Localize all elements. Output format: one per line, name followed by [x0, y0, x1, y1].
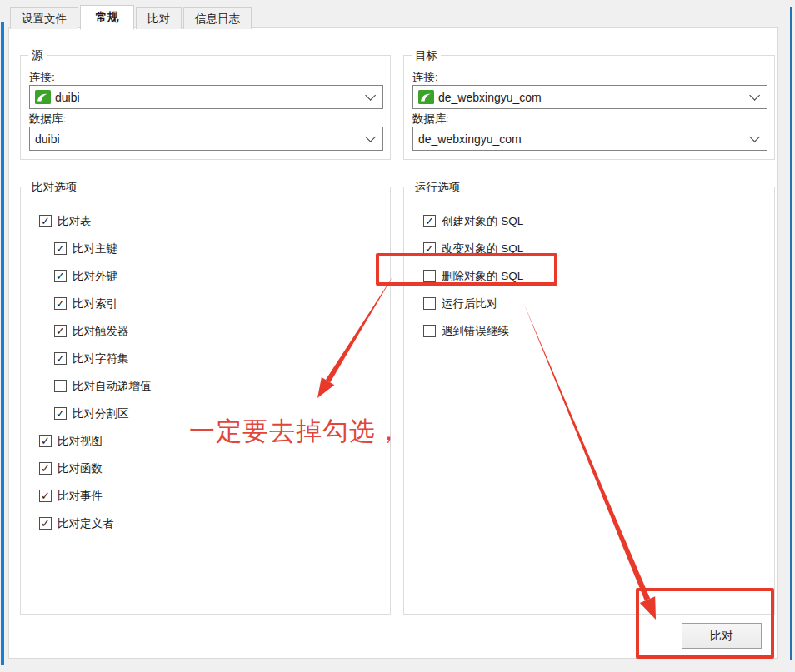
checkbox-checked[interactable]: ✓: [54, 352, 67, 365]
source-connection-select[interactable]: duibi: [29, 85, 383, 109]
compare-button[interactable]: 比对: [682, 623, 762, 649]
checkbox-row: ✓比对视图: [21, 427, 390, 455]
checkbox-label: 运行后比对: [442, 296, 498, 311]
target-database-select[interactable]: de_webxingyu_com: [412, 127, 768, 151]
checkbox-row: ✓改变对象的 SQL: [404, 235, 774, 262]
checkbox-label: 删除对象的 SQL: [442, 269, 523, 284]
right-window-edge-accent: [790, 7, 792, 660]
chevron-down-icon: [365, 132, 376, 142]
checkbox-label: 比对自动递增值: [72, 379, 152, 394]
source-database-label: 数据库:: [29, 112, 66, 127]
checkbox-checked[interactable]: ✓: [39, 435, 52, 447]
checkbox-label: 比对表: [58, 214, 92, 229]
mysql-icon: [418, 90, 434, 104]
checkbox-checked[interactable]: ✓: [54, 297, 67, 310]
chevron-down-icon: [365, 90, 376, 101]
checkbox-checked[interactable]: ✓: [54, 270, 67, 282]
checkbox-label: 比对分割区: [72, 406, 129, 421]
checkbox-checked[interactable]: ✓: [54, 242, 67, 255]
checkbox-label: 比对视图: [58, 434, 102, 449]
mysql-icon: [35, 90, 51, 104]
checkbox-row: 遇到错误继续: [404, 317, 774, 345]
run-options-title: 运行选项: [412, 180, 463, 195]
source-database-select[interactable]: duibi: [29, 127, 383, 151]
source-connection-value: duibi: [55, 91, 365, 104]
checkbox-checked[interactable]: ✓: [54, 407, 67, 420]
checkbox-row: ✓比对字符集: [21, 345, 390, 372]
checkbox-unchecked[interactable]: [423, 325, 436, 337]
checkbox-label: 比对字符集: [72, 351, 129, 366]
checkbox-unchecked[interactable]: [423, 297, 436, 310]
checkbox-label: 创建对象的 SQL: [442, 214, 523, 229]
tab-设置文件[interactable]: 设置文件: [10, 7, 78, 29]
source-database-value: duibi: [35, 132, 365, 146]
checkbox-row: ✓比对外键: [21, 262, 390, 290]
target-group: 目标 连接: de_webxingyu_com 数据库: de_webxingy…: [403, 55, 775, 160]
checkbox-row: ✓比对事件: [21, 482, 390, 510]
target-group-title: 目标: [412, 48, 441, 63]
target-connection-label: 连接:: [412, 70, 438, 85]
checkbox-label: 遇到错误继续: [442, 324, 509, 339]
compare-dialog: 设置文件常规比对信息日志 源 连接: duibi 数据库: duibi 目标: [0, 0, 795, 672]
run-options-group: 运行选项 ✓创建对象的 SQL✓改变对象的 SQL删除对象的 SQL运行后比对遇…: [403, 187, 775, 615]
checkbox-label: 比对索引: [72, 296, 118, 311]
checkbox-checked[interactable]: ✓: [39, 215, 52, 227]
checkbox-row: ✓比对函数: [21, 455, 390, 482]
tab-bar: 设置文件常规比对信息日志: [10, 4, 253, 29]
checkbox-checked[interactable]: ✓: [39, 517, 52, 530]
tab-常规[interactable]: 常规: [80, 5, 134, 30]
source-group-title: 源: [28, 48, 47, 63]
target-database-value: de_webxingyu_com: [418, 132, 749, 146]
tab-信息日志[interactable]: 信息日志: [183, 7, 252, 29]
checkbox-checked[interactable]: ✓: [54, 325, 67, 337]
general-tab-panel: 源 连接: duibi 数据库: duibi 目标 连接:: [8, 27, 778, 659]
tab-比对[interactable]: 比对: [136, 7, 182, 29]
checkbox-checked[interactable]: ✓: [39, 490, 52, 502]
checkbox-checked[interactable]: ✓: [39, 462, 52, 475]
checkbox-row: ✓创建对象的 SQL: [404, 207, 774, 235]
target-connection-value: de_webxingyu_com: [438, 91, 749, 104]
compare-options-list: ✓比对表✓比对主键✓比对外键✓比对索引✓比对触发器✓比对字符集比对自动递增值✓比…: [21, 207, 390, 537]
checkbox-checked[interactable]: ✓: [423, 242, 436, 255]
checkbox-unchecked[interactable]: [54, 380, 67, 392]
checkbox-row: ✓比对分割区: [21, 400, 390, 427]
compare-options-group: 比对选项 ✓比对表✓比对主键✓比对外键✓比对索引✓比对触发器✓比对字符集比对自动…: [20, 187, 391, 615]
checkbox-row: 删除对象的 SQL: [404, 262, 774, 290]
checkbox-row: ✓比对定义者: [21, 510, 390, 537]
target-connection-select[interactable]: de_webxingyu_com: [412, 85, 768, 109]
left-window-edge-accent: [1, 22, 4, 665]
checkbox-label: 比对外键: [72, 269, 118, 284]
checkbox-label: 改变对象的 SQL: [442, 241, 523, 256]
target-database-label: 数据库:: [412, 112, 449, 127]
source-group: 源 连接: duibi 数据库: duibi: [20, 55, 391, 160]
checkbox-unchecked[interactable]: [423, 270, 436, 282]
checkbox-checked[interactable]: ✓: [423, 215, 436, 227]
run-options-list: ✓创建对象的 SQL✓改变对象的 SQL删除对象的 SQL运行后比对遇到错误继续: [404, 207, 774, 345]
checkbox-row: ✓比对表: [21, 207, 390, 235]
chevron-down-icon: [749, 90, 760, 101]
checkbox-label: 比对触发器: [72, 324, 129, 339]
chevron-down-icon: [749, 132, 760, 142]
checkbox-row: ✓比对触发器: [21, 317, 390, 345]
checkbox-row: ✓比对主键: [21, 235, 390, 262]
checkbox-label: 比对定义者: [58, 516, 114, 531]
checkbox-label: 比对函数: [58, 461, 102, 476]
source-connection-label: 连接:: [29, 70, 55, 85]
checkbox-row: 运行后比对: [404, 290, 774, 317]
checkbox-label: 比对事件: [58, 489, 102, 504]
checkbox-label: 比对主键: [72, 241, 118, 256]
checkbox-row: 比对自动递增值: [21, 372, 390, 400]
compare-options-title: 比对选项: [28, 180, 80, 195]
checkbox-row: ✓比对索引: [21, 290, 390, 317]
